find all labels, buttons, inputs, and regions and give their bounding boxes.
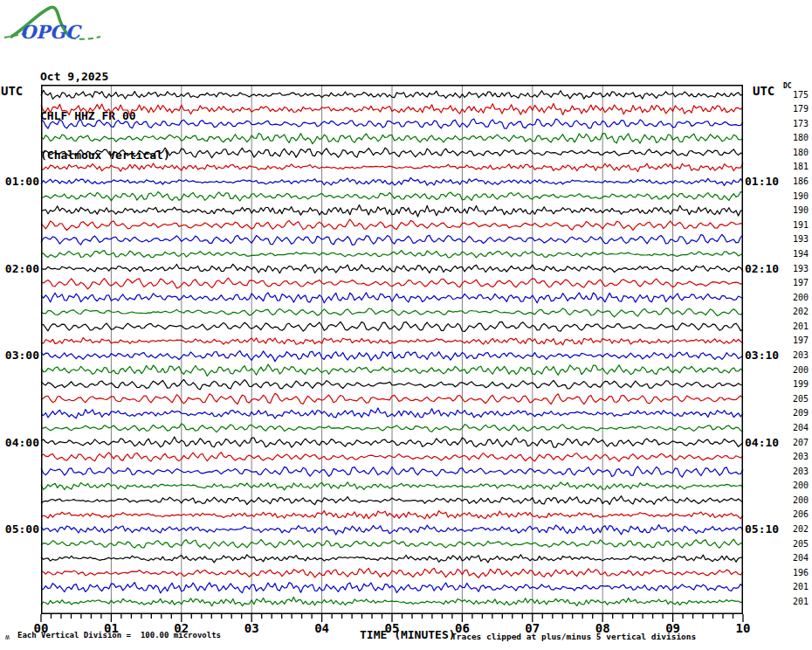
x-tick-label-10: 10 bbox=[730, 621, 756, 635]
utc-right-05:10: 05:10 bbox=[745, 522, 787, 536]
x-tick-label-03: 03 bbox=[238, 621, 265, 635]
x-axis-title: TIME (MINUTES) bbox=[360, 628, 456, 641]
utc-label-right: UTC bbox=[753, 84, 774, 98]
x-tick-label-04: 04 bbox=[309, 621, 335, 635]
dc-value-row-19: 200 bbox=[784, 365, 809, 375]
dc-value-row-22: 209 bbox=[784, 408, 809, 418]
dc-value-row-27: 200 bbox=[784, 481, 809, 490]
dc-value-row-16: 201 bbox=[784, 322, 809, 331]
header-date: Oct 9,2025 bbox=[40, 70, 170, 83]
dc-value-row-1: 179 bbox=[784, 104, 809, 114]
dc-value-row-28: 200 bbox=[784, 495, 809, 505]
dc-value-row-33: 196 bbox=[784, 568, 809, 577]
dc-value-row-17: 197 bbox=[784, 335, 809, 345]
corner-mark: ʍ bbox=[5, 633, 10, 641]
dc-value-row-14: 200 bbox=[784, 293, 809, 302]
dc-value-row-11: 194 bbox=[784, 249, 809, 259]
dc-value-row-20: 199 bbox=[784, 379, 809, 389]
dc-value-row-10: 193 bbox=[784, 234, 809, 244]
dc-value-row-18: 203 bbox=[784, 350, 809, 360]
dc-value-row-12: 193 bbox=[784, 264, 809, 273]
dc-value-row-4: 180 bbox=[784, 148, 809, 157]
dc-value-row-0: 175 bbox=[784, 90, 809, 100]
helicorder-screen: OPGC Oct 9,2025 CHLF HHZ FR 00 (Chalmoux… bbox=[0, 0, 812, 650]
opgc-logo: OPGC bbox=[3, 2, 104, 45]
dc-value-row-15: 202 bbox=[784, 307, 809, 316]
dc-value-row-30: 202 bbox=[784, 524, 809, 534]
utc-right-03:10: 03:10 bbox=[745, 349, 787, 362]
dc-value-row-6: 186 bbox=[784, 176, 809, 186]
dc-value-row-23: 204 bbox=[784, 423, 809, 432]
dc-value-row-3: 180 bbox=[784, 133, 809, 142]
dc-value-row-26: 203 bbox=[784, 467, 809, 476]
dc-value-row-32: 204 bbox=[784, 553, 809, 563]
logo-text: OPGC bbox=[20, 21, 82, 43]
seismogram-plot bbox=[41, 85, 743, 626]
dc-value-row-8: 190 bbox=[784, 205, 809, 215]
clip-note: Traces clipped at plus/minus 5 vertical … bbox=[451, 632, 696, 641]
dc-value-row-9: 191 bbox=[784, 220, 809, 230]
utc-left-05:00: 05:00 bbox=[0, 522, 39, 536]
utc-left-02:00: 02:00 bbox=[0, 262, 39, 275]
dc-value-row-24: 207 bbox=[784, 438, 809, 447]
dc-value-row-35: 201 bbox=[784, 597, 809, 606]
dc-value-row-25: 203 bbox=[784, 452, 809, 461]
utc-left-01:00: 01:00 bbox=[0, 175, 39, 188]
utc-left-04:00: 04:00 bbox=[0, 436, 39, 449]
dc-value-row-34: 201 bbox=[784, 582, 809, 591]
dc-value-row-21: 205 bbox=[784, 394, 809, 404]
utc-right-01:10: 01:10 bbox=[745, 175, 787, 188]
scale-note: Each Vertical Division = 100.00 microvol… bbox=[17, 631, 221, 640]
dc-value-row-7: 190 bbox=[784, 191, 809, 201]
dc-value-row-13: 197 bbox=[784, 278, 809, 287]
dc-value-row-29: 206 bbox=[784, 509, 809, 519]
utc-left-03:00: 03:00 bbox=[0, 349, 39, 362]
dc-value-row-5: 181 bbox=[784, 162, 809, 171]
utc-right-02:10: 02:10 bbox=[745, 262, 787, 275]
utc-label-left: UTC bbox=[1, 84, 23, 98]
utc-right-04:10: 04:10 bbox=[745, 436, 787, 449]
dc-value-row-31: 205 bbox=[784, 539, 809, 549]
dc-value-row-2: 173 bbox=[784, 119, 809, 128]
